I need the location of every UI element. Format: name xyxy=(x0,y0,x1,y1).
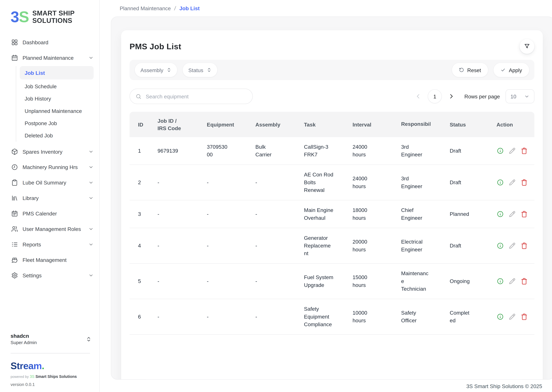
cell-status: Ongoing xyxy=(445,264,492,299)
pencil-icon xyxy=(508,210,516,217)
info-button[interactable] xyxy=(496,242,504,249)
sidebar-item-planned-maintenance[interactable]: Planned Maintenance xyxy=(0,50,99,65)
pagination: 1 Rows per page 10 xyxy=(414,89,535,103)
table-row[interactable]: 2 - - - AE Con Rod Bolts Renewal 24000 h… xyxy=(130,165,534,200)
sidebar-item-job-list[interactable]: Job List xyxy=(20,66,94,79)
chevron-down-icon xyxy=(88,164,94,169)
reset-button[interactable]: Reset xyxy=(452,63,488,77)
assembly-filter-dropdown[interactable]: Assembly xyxy=(135,63,177,77)
col-responsibility: Responsibility xyxy=(397,112,445,137)
breadcrumb: Planned Maintenance / Job List xyxy=(100,0,552,11)
rows-per-page-select[interactable]: 10 xyxy=(506,89,534,103)
cell-actions xyxy=(492,137,535,165)
pms-job-list-card: PMS Job List Assembly Status xyxy=(121,30,543,380)
delete-button[interactable] xyxy=(521,313,528,320)
edit-button[interactable] xyxy=(508,147,516,154)
sidebar-item-unplanned-maintenance[interactable]: Unplanned Maintenance xyxy=(20,105,94,117)
chevron-left-icon xyxy=(415,93,421,99)
table-row[interactable]: 6 - - - Safety Equipment Compliance 1000… xyxy=(130,299,534,335)
cell-actions xyxy=(492,165,535,200)
sidebar-item-library[interactable]: Library xyxy=(0,190,99,206)
info-icon xyxy=(497,210,504,217)
edit-button[interactable] xyxy=(508,242,516,249)
cell-responsibility: Electrical Engineer xyxy=(397,228,445,264)
cell-responsibility: 3rd Engineer xyxy=(397,137,445,165)
pencil-icon xyxy=(508,313,516,320)
edit-button[interactable] xyxy=(508,210,516,218)
brand-name: SMART SHIP SOLUTIONS xyxy=(32,9,75,24)
edit-button[interactable] xyxy=(508,179,516,186)
sidebar-item-lube-oil-summary[interactable]: Lube Oil Summary xyxy=(0,175,99,190)
delete-button[interactable] xyxy=(521,147,528,154)
cell-id: 2 xyxy=(130,165,153,200)
chevron-down-icon xyxy=(88,242,94,247)
sidebar-item-job-history[interactable]: Job History xyxy=(20,92,94,105)
status-filter-dropdown[interactable]: Status xyxy=(182,63,217,77)
apply-button[interactable]: Apply xyxy=(493,63,530,77)
filter-button[interactable] xyxy=(520,39,535,54)
trash-icon xyxy=(521,278,528,285)
col-job-id: Job ID / IRS Code xyxy=(153,112,203,137)
delete-button[interactable] xyxy=(521,278,528,285)
col-action: Action xyxy=(492,112,535,137)
cell-assembly: - xyxy=(251,228,300,264)
search-input[interactable] xyxy=(145,93,247,100)
clock-icon xyxy=(11,164,18,170)
cell-assembly: - xyxy=(251,264,300,299)
breadcrumb-separator: / xyxy=(174,5,176,11)
cell-equipment: - xyxy=(203,165,251,200)
sidebar-item-settings[interactable]: Settings xyxy=(0,267,99,283)
prev-page-button[interactable] xyxy=(414,92,422,100)
cell-status: Draft xyxy=(445,165,492,200)
delete-button[interactable] xyxy=(521,210,528,218)
edit-button[interactable] xyxy=(508,278,516,285)
sidebar-item-fleet-management[interactable]: Fleet Management xyxy=(0,252,99,267)
table-row[interactable]: 1 9679139 370953000 Bulk Carrier CallSig… xyxy=(130,137,534,165)
info-button[interactable] xyxy=(496,147,504,154)
table-body: 1 9679139 370953000 Bulk Carrier CallSig… xyxy=(130,137,534,335)
info-button[interactable] xyxy=(496,210,504,218)
stream-logo: Stream xyxy=(10,361,42,371)
clipboard-icon xyxy=(11,179,18,186)
cell-responsibility: Safety Officer xyxy=(397,299,445,335)
sidebar-item-dashboard[interactable]: Dashboard xyxy=(0,35,99,50)
cell-task: CallSign-3 FRK7 xyxy=(300,137,348,165)
jobs-table: ID Job ID / IRS Code Equipment Assembly … xyxy=(130,112,534,335)
table-header-row: ID Job ID / IRS Code Equipment Assembly … xyxy=(130,112,534,137)
user-menu[interactable]: shadcn Super Admin xyxy=(0,333,99,345)
chevrons-up-down-icon xyxy=(206,68,211,72)
rows-per-page-label: Rows per page xyxy=(465,93,500,99)
pencil-icon xyxy=(508,278,516,285)
chevron-down-icon xyxy=(88,149,94,154)
edit-button[interactable] xyxy=(508,313,516,320)
table-row[interactable]: 5 - - - Fuel System Upgrade 15000 hours … xyxy=(130,264,534,299)
sidebar-item-pms-calender[interactable]: PMS Calender xyxy=(0,206,99,221)
delete-button[interactable] xyxy=(521,242,528,249)
sidebar-item-deleted-job[interactable]: Deleted Job xyxy=(20,129,94,141)
sidebar-item-user-management-roles[interactable]: User Management Roles xyxy=(0,221,99,237)
current-page-indicator[interactable]: 1 xyxy=(428,89,442,103)
sidebar-item-reports[interactable]: Reports xyxy=(0,237,99,252)
breadcrumb-current[interactable]: Job List xyxy=(179,5,200,11)
viewport: 3S SMART SHIP SOLUTIONS Dashboard Planne… xyxy=(0,0,552,392)
info-button[interactable] xyxy=(496,179,504,186)
table-row[interactable]: 3 - - - Main Engine Overhaul 18000 hours… xyxy=(130,200,534,228)
sidebar-item-machinery-running-hrs[interactable]: Machinery Running Hrs xyxy=(0,159,99,175)
sidebar-item-spares-inventory[interactable]: Spares Inventory xyxy=(0,144,99,159)
sidebar-item-job-schedule[interactable]: Job Schedule xyxy=(20,80,94,92)
sidebar-bottom: shadcn Super Admin Stream. powered by 3S… xyxy=(0,333,99,387)
delete-button[interactable] xyxy=(521,179,528,186)
col-interval: Interval xyxy=(348,112,397,137)
sidebar-item-postpone-job[interactable]: Postpone Job xyxy=(20,117,94,129)
cell-equipment: 370953000 xyxy=(203,137,251,165)
cell-assembly: - xyxy=(251,200,300,228)
cell-equipment: - xyxy=(203,264,251,299)
info-button[interactable] xyxy=(496,278,504,285)
pencil-icon xyxy=(508,242,516,249)
next-page-button[interactable] xyxy=(447,92,455,100)
info-button[interactable] xyxy=(496,313,504,320)
cell-interval: 10000 hours xyxy=(348,299,397,335)
calendar-icon xyxy=(11,54,18,61)
breadcrumb-parent[interactable]: Planned Maintenance xyxy=(120,5,171,11)
table-row[interactable]: 4 - - - Generator Replacement 20000 hour… xyxy=(130,228,534,264)
